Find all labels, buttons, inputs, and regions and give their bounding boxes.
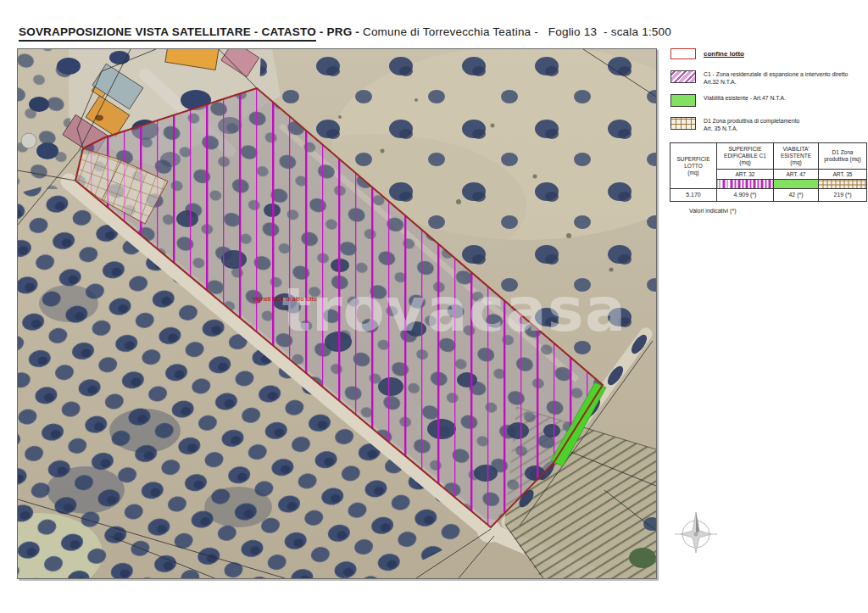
table-art32: ART. 32 — [717, 170, 774, 180]
table-art35: ART. 35 — [819, 170, 867, 180]
north-compass-icon — [673, 507, 721, 558]
table-value-c1: 4.909 (*) — [717, 189, 774, 202]
satellite-map: trovacasa Vigneti NCT di altro lotto — [17, 48, 657, 579]
d1-grid-swatch — [670, 117, 696, 130]
title-main: SOVRAPPOSIZIONE VISTA SATELLITARE - CATA… — [19, 25, 316, 42]
table-header-viabilita: VIABILITA' ESISTENTE (mq) — [774, 143, 819, 170]
table-swatch-grid — [819, 180, 867, 189]
table-header-superficie-lotto: SUPERFICIE LOTTO (mq) — [670, 143, 717, 189]
legend-item-d1: D1 Zona produttiva di completamentoArt. … — [670, 117, 799, 132]
viability-green-swatch — [670, 94, 696, 107]
legend-label: C1 - Zona residenziale di espansione a i… — [704, 70, 848, 86]
legend-item-c1: C1 - Zona residenziale di espansione a i… — [670, 70, 848, 86]
zone-table: SUPERFICIE LOTTO (mq) SUPERFICIE EDIFICA… — [670, 142, 867, 202]
table-swatch-c1 — [717, 180, 774, 189]
page-title: SOVRAPPOSIZIONE VISTA SATELLITARE - CATA… — [19, 25, 671, 38]
legend-item-viabilita: Viabilità esistente - Art.47 N.T.A. — [670, 94, 786, 107]
table-value-lotto: 5.170 — [670, 189, 717, 202]
watermark-text: trovacasa — [282, 274, 627, 345]
title-foglio: Foglio 13 — [548, 25, 597, 38]
table-art47: ART. 47 — [774, 170, 819, 180]
legend-label: confine lotto — [704, 48, 744, 59]
title-scala: - scala 1:500 — [604, 25, 671, 38]
legend-item-confine: confine lotto — [670, 48, 744, 59]
c1-hatch-swatch — [670, 70, 696, 83]
title-comune: Comune di Torrevecchia Teatina - — [363, 25, 538, 38]
table-value-d1: 219 (*) — [819, 189, 867, 202]
table-header-c1: SUPERFICIE EDIFICABILE C1 (mq) — [717, 143, 774, 170]
legend-label: D1 Zona produttiva di completamentoArt. … — [704, 117, 799, 132]
table-swatch-green — [774, 180, 819, 189]
document-page: SOVRAPPOSIZIONE VISTA SATELLITARE - CATA… — [0, 0, 868, 613]
table-footnote: Valori indicativi (*) — [689, 208, 737, 214]
confine-lotto-swatch — [670, 48, 696, 59]
table-value-viabilita: 42 (*) — [774, 189, 819, 202]
legend-label: Viabilità esistente - Art.47 N.T.A. — [704, 94, 786, 103]
title-prg: - PRG - — [320, 25, 359, 38]
table-header-d1: D1 Zona produttiva (mq) — [819, 143, 867, 170]
red-annotation: Vigneti NCT di altro lotto — [253, 296, 317, 303]
satellite-map-svg: trovacasa Vigneti NCT di altro lotto — [18, 49, 656, 578]
